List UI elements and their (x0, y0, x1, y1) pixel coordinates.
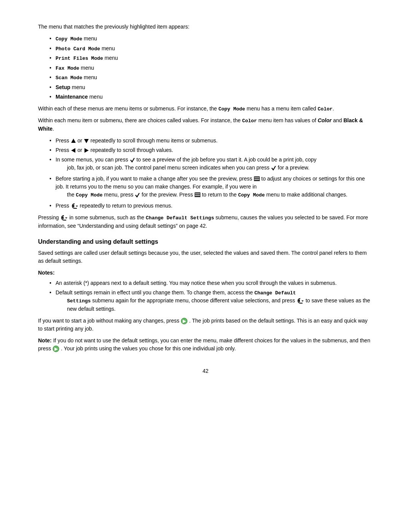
photo-card-label: Photo Card Mode (56, 46, 100, 52)
svg-marker-1 (84, 139, 89, 143)
setup-label: Setup (56, 84, 70, 90)
list-item-photo-card: Photo Card Mode menu (49, 45, 373, 53)
back-icon-3 (296, 298, 304, 304)
start-icon-2: ▶ (53, 345, 59, 352)
menu-icon (254, 176, 260, 182)
page-number: 42 (38, 368, 373, 374)
list-item-setup: Setup menu (49, 83, 373, 91)
list-item-maintenance: Maintenance menu (49, 93, 373, 101)
up-arrow-icon (71, 138, 76, 144)
copy-mode-ref2: Copy Mode (76, 192, 102, 198)
nav-bullet-back: Press repeatedly to return to previous m… (49, 202, 373, 210)
fax-mode-label: Fax Mode (56, 66, 79, 71)
note-label: Note: (38, 337, 52, 343)
svg-rect-6 (254, 180, 260, 181)
menu-list: Copy Mode menu Photo Card Mode menu Prin… (49, 35, 373, 101)
preview-continuation: job, fax job, or scan job. The control p… (67, 164, 373, 172)
scan-mode-label: Scan Mode (56, 75, 82, 81)
list-item-copy-mode: Copy Mode menu (49, 35, 373, 43)
svg-marker-3 (84, 148, 89, 153)
nav-bullet-updown: Press or repeatedly to scroll through me… (49, 137, 373, 145)
svg-rect-9 (195, 194, 200, 195)
settings-ref: Settings (67, 297, 91, 304)
notes-item-default-settings: Default settings remain in effect until … (49, 289, 373, 313)
check-icon-2 (271, 165, 276, 171)
change-default-ref2: Change Default (254, 289, 296, 296)
nav-bullet-leftright: Press or repeatedly to scroll through va… (49, 146, 373, 154)
notes-label: Notes: (38, 269, 373, 277)
check-icon-3 (135, 192, 140, 198)
adjust-continuation: the Copy Mode menu, press for the previe… (67, 191, 373, 199)
start-job-paragraph: If you want to start a job without makin… (38, 317, 373, 333)
notes-list: An asterisk (*) appears next to a defaul… (49, 279, 373, 313)
right-arrow-icon (84, 148, 89, 153)
list-item-print-files: Print Files Mode menu (49, 54, 373, 62)
back-icon (71, 203, 78, 209)
down-arrow-icon (84, 138, 89, 144)
copy-mode-label: Copy Mode (56, 36, 82, 42)
svg-marker-17 (301, 300, 304, 302)
svg-marker-15 (65, 217, 67, 219)
within-menus-paragraph: Within each of these menus are menu item… (38, 105, 373, 113)
note-paragraph: Note: If you do not want to use the defa… (38, 337, 373, 353)
menu-icon-2 (194, 192, 201, 198)
pressing-back-paragraph: Pressing in some submenus, such as the C… (38, 214, 373, 230)
list-item-fax-mode: Fax Mode menu (49, 64, 373, 72)
check-icon (130, 157, 135, 163)
maintenance-label: Maintenance (56, 94, 88, 100)
svg-marker-0 (71, 139, 76, 143)
nav-bullet-adjust: Before starting a job, if you want to ma… (49, 175, 373, 199)
copy-mode-ref: Copy Mode (218, 106, 245, 112)
print-files-label: Print Files Mode (56, 56, 103, 61)
list-item-scan-mode: Scan Mode menu (49, 73, 373, 82)
default-settings-continuation: Settings submenu again for the appropria… (67, 297, 373, 313)
nav-bullet-preview: In some menus, you can press to see a pr… (49, 156, 373, 172)
within-values-paragraph: Within each menu item or submenu, there … (38, 117, 373, 133)
color-menu-ref: Color (242, 117, 257, 123)
start-icon: ▶ (181, 318, 188, 324)
copy-mode-ref3: Copy Mode (238, 192, 265, 198)
svg-marker-2 (71, 148, 75, 153)
color-value-ref: Color (318, 117, 332, 123)
left-arrow-icon (71, 148, 76, 153)
intro-paragraph: The menu that matches the previously hig… (38, 23, 373, 31)
color-ref: Color (318, 105, 333, 112)
navigation-bullets: Press or repeatedly to scroll through me… (49, 137, 373, 210)
notes-item-asterisk: An asterisk (*) appears next to a defaul… (49, 279, 373, 287)
change-default-ref: Change Default Settings (146, 214, 214, 220)
page-content: The menu that matches the previously hig… (0, 0, 411, 532)
bw-value-ref: Black & White (38, 117, 363, 132)
saved-settings-paragraph: Saved settings are called user default s… (38, 249, 373, 265)
svg-marker-13 (76, 206, 78, 207)
section-title: Understanding and using default settings (38, 238, 373, 245)
back-icon-2 (60, 215, 68, 221)
svg-rect-10 (195, 196, 200, 197)
svg-rect-5 (254, 178, 260, 179)
